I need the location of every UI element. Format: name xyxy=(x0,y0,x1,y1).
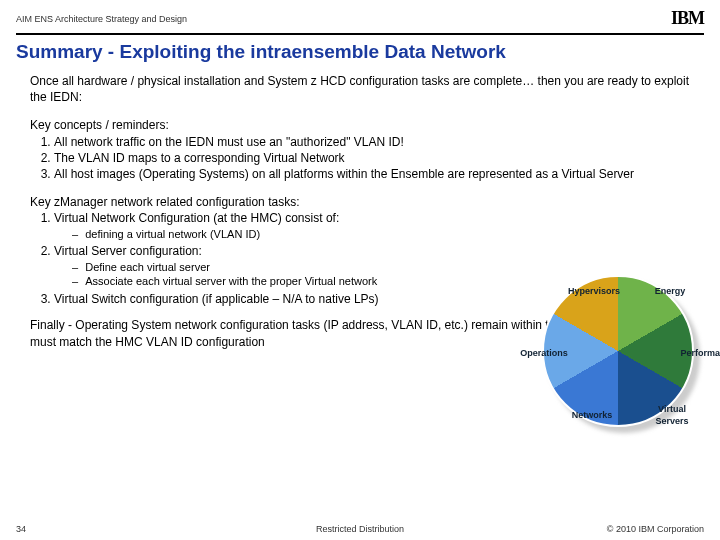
header-label: AIM ENS Architecture Strategy and Design xyxy=(16,14,187,24)
key-concepts-block: Key concepts / reminders: All network tr… xyxy=(16,117,704,182)
task-subitem: Associate each virtual server with the p… xyxy=(72,274,446,289)
concept-item: All host images (Operating Systems) on a… xyxy=(54,166,704,182)
pie-label-virtual-servers: Virtual Servers xyxy=(652,403,692,427)
task-label: Virtual Network Configuration (at the HM… xyxy=(54,211,339,225)
task-item: Virtual Switch configuration (if applica… xyxy=(54,291,446,307)
footer-center: Restricted Distribution xyxy=(316,524,404,534)
intro-paragraph: Once all hardware / physical installatio… xyxy=(16,73,704,105)
task-label: Virtual Switch configuration (if applica… xyxy=(54,292,379,306)
concept-item: The VLAN ID maps to a corresponding Virt… xyxy=(54,150,704,166)
pie-label-operations: Operations xyxy=(520,347,568,359)
task-item: Virtual Server configuration: Define eac… xyxy=(54,243,446,289)
page-number: 34 xyxy=(16,524,26,534)
page-title: Summary - Exploiting the intraensemble D… xyxy=(0,41,720,73)
pie-label-energy: Energy xyxy=(655,285,686,297)
task-item: Virtual Network Configuration (at the HM… xyxy=(54,210,446,241)
pie-label-hypervisors: Hypervisors xyxy=(568,285,620,297)
pie-label-performance: Performance xyxy=(680,347,720,359)
footer-copyright: © 2010 IBM Corporation xyxy=(607,524,704,534)
pie-chart: Hypervisors Energy Performance Virtual S… xyxy=(492,261,712,441)
key-tasks-block: Key zManager network related configurati… xyxy=(16,194,446,307)
ibm-logo: IBM xyxy=(671,8,704,29)
key-tasks-heading: Key zManager network related configurati… xyxy=(30,194,446,210)
task-subitem: defining a virtual network (VLAN ID) xyxy=(72,227,446,242)
task-label: Virtual Server configuration: xyxy=(54,244,202,258)
pie-label-networks: Networks xyxy=(572,409,613,421)
key-concepts-heading: Key concepts / reminders: xyxy=(30,117,704,133)
header-rule xyxy=(16,33,704,35)
concept-item: All network traffic on the IEDN must use… xyxy=(54,134,704,150)
task-subitem: Define each virtual server xyxy=(72,260,446,275)
